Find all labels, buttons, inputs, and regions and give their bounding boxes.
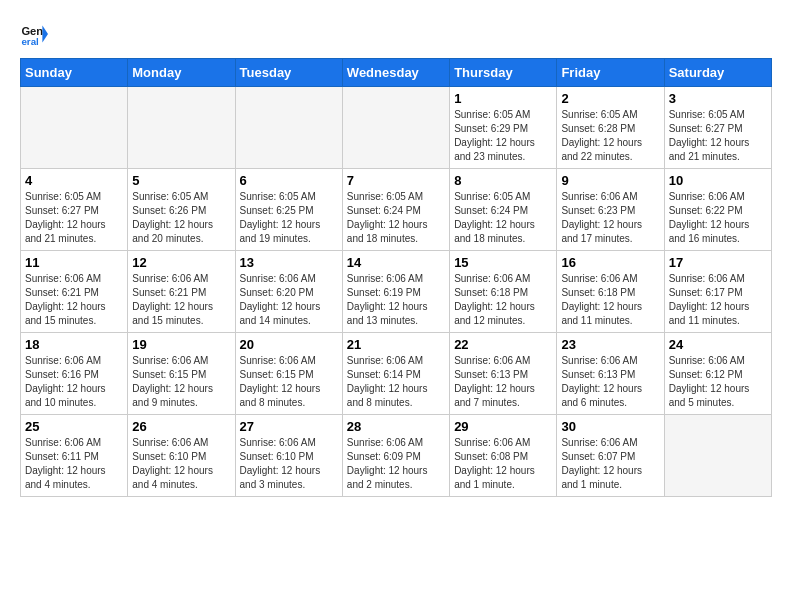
day-number: 29 bbox=[454, 419, 552, 434]
day-info: Sunrise: 6:06 AM Sunset: 6:18 PM Dayligh… bbox=[561, 272, 659, 328]
day-info: Sunrise: 6:06 AM Sunset: 6:11 PM Dayligh… bbox=[25, 436, 123, 492]
calendar-week: 1 Sunrise: 6:05 AM Sunset: 6:29 PM Dayli… bbox=[21, 87, 772, 169]
day-info: Sunrise: 6:05 AM Sunset: 6:27 PM Dayligh… bbox=[669, 108, 767, 164]
calendar-day: 15 Sunrise: 6:06 AM Sunset: 6:18 PM Dayl… bbox=[450, 251, 557, 333]
calendar-day: 9 Sunrise: 6:06 AM Sunset: 6:23 PM Dayli… bbox=[557, 169, 664, 251]
empty-cell bbox=[128, 87, 235, 169]
weekday-header: Sunday bbox=[21, 59, 128, 87]
day-number: 23 bbox=[561, 337, 659, 352]
weekday-header: Thursday bbox=[450, 59, 557, 87]
calendar-header: SundayMondayTuesdayWednesdayThursdayFrid… bbox=[21, 59, 772, 87]
calendar-day: 29 Sunrise: 6:06 AM Sunset: 6:08 PM Dayl… bbox=[450, 415, 557, 497]
day-number: 14 bbox=[347, 255, 445, 270]
day-info: Sunrise: 6:06 AM Sunset: 6:14 PM Dayligh… bbox=[347, 354, 445, 410]
day-number: 6 bbox=[240, 173, 338, 188]
calendar-day: 16 Sunrise: 6:06 AM Sunset: 6:18 PM Dayl… bbox=[557, 251, 664, 333]
day-number: 8 bbox=[454, 173, 552, 188]
day-number: 5 bbox=[132, 173, 230, 188]
day-number: 20 bbox=[240, 337, 338, 352]
day-number: 27 bbox=[240, 419, 338, 434]
logo: Gen eral bbox=[20, 20, 52, 48]
day-number: 2 bbox=[561, 91, 659, 106]
weekday-header: Friday bbox=[557, 59, 664, 87]
calendar-table: SundayMondayTuesdayWednesdayThursdayFrid… bbox=[20, 58, 772, 497]
empty-cell bbox=[664, 415, 771, 497]
day-number: 7 bbox=[347, 173, 445, 188]
weekday-header: Saturday bbox=[664, 59, 771, 87]
calendar-day: 3 Sunrise: 6:05 AM Sunset: 6:27 PM Dayli… bbox=[664, 87, 771, 169]
calendar-day: 12 Sunrise: 6:06 AM Sunset: 6:21 PM Dayl… bbox=[128, 251, 235, 333]
empty-cell bbox=[21, 87, 128, 169]
empty-cell bbox=[235, 87, 342, 169]
day-number: 11 bbox=[25, 255, 123, 270]
day-info: Sunrise: 6:05 AM Sunset: 6:24 PM Dayligh… bbox=[347, 190, 445, 246]
calendar-week: 25 Sunrise: 6:06 AM Sunset: 6:11 PM Dayl… bbox=[21, 415, 772, 497]
empty-cell bbox=[342, 87, 449, 169]
calendar-day: 28 Sunrise: 6:06 AM Sunset: 6:09 PM Dayl… bbox=[342, 415, 449, 497]
day-number: 17 bbox=[669, 255, 767, 270]
day-info: Sunrise: 6:06 AM Sunset: 6:15 PM Dayligh… bbox=[240, 354, 338, 410]
page-header: Gen eral bbox=[20, 20, 772, 48]
calendar-day: 6 Sunrise: 6:05 AM Sunset: 6:25 PM Dayli… bbox=[235, 169, 342, 251]
day-info: Sunrise: 6:06 AM Sunset: 6:17 PM Dayligh… bbox=[669, 272, 767, 328]
day-info: Sunrise: 6:06 AM Sunset: 6:12 PM Dayligh… bbox=[669, 354, 767, 410]
day-info: Sunrise: 6:06 AM Sunset: 6:22 PM Dayligh… bbox=[669, 190, 767, 246]
calendar-day: 10 Sunrise: 6:06 AM Sunset: 6:22 PM Dayl… bbox=[664, 169, 771, 251]
day-info: Sunrise: 6:06 AM Sunset: 6:20 PM Dayligh… bbox=[240, 272, 338, 328]
day-info: Sunrise: 6:06 AM Sunset: 6:10 PM Dayligh… bbox=[132, 436, 230, 492]
day-number: 22 bbox=[454, 337, 552, 352]
day-number: 16 bbox=[561, 255, 659, 270]
svg-text:eral: eral bbox=[21, 36, 39, 47]
calendar-week: 18 Sunrise: 6:06 AM Sunset: 6:16 PM Dayl… bbox=[21, 333, 772, 415]
day-info: Sunrise: 6:06 AM Sunset: 6:10 PM Dayligh… bbox=[240, 436, 338, 492]
calendar-day: 14 Sunrise: 6:06 AM Sunset: 6:19 PM Dayl… bbox=[342, 251, 449, 333]
day-info: Sunrise: 6:06 AM Sunset: 6:13 PM Dayligh… bbox=[561, 354, 659, 410]
day-info: Sunrise: 6:05 AM Sunset: 6:24 PM Dayligh… bbox=[454, 190, 552, 246]
weekday-header: Tuesday bbox=[235, 59, 342, 87]
day-number: 12 bbox=[132, 255, 230, 270]
day-info: Sunrise: 6:06 AM Sunset: 6:08 PM Dayligh… bbox=[454, 436, 552, 492]
day-number: 13 bbox=[240, 255, 338, 270]
day-number: 19 bbox=[132, 337, 230, 352]
calendar-day: 18 Sunrise: 6:06 AM Sunset: 6:16 PM Dayl… bbox=[21, 333, 128, 415]
day-number: 3 bbox=[669, 91, 767, 106]
calendar-day: 4 Sunrise: 6:05 AM Sunset: 6:27 PM Dayli… bbox=[21, 169, 128, 251]
day-info: Sunrise: 6:06 AM Sunset: 6:07 PM Dayligh… bbox=[561, 436, 659, 492]
weekday-header: Wednesday bbox=[342, 59, 449, 87]
day-info: Sunrise: 6:06 AM Sunset: 6:16 PM Dayligh… bbox=[25, 354, 123, 410]
calendar-week: 11 Sunrise: 6:06 AM Sunset: 6:21 PM Dayl… bbox=[21, 251, 772, 333]
day-info: Sunrise: 6:06 AM Sunset: 6:21 PM Dayligh… bbox=[25, 272, 123, 328]
calendar-day: 24 Sunrise: 6:06 AM Sunset: 6:12 PM Dayl… bbox=[664, 333, 771, 415]
svg-marker-2 bbox=[42, 26, 48, 43]
calendar-day: 5 Sunrise: 6:05 AM Sunset: 6:26 PM Dayli… bbox=[128, 169, 235, 251]
calendar-day: 17 Sunrise: 6:06 AM Sunset: 6:17 PM Dayl… bbox=[664, 251, 771, 333]
calendar-day: 19 Sunrise: 6:06 AM Sunset: 6:15 PM Dayl… bbox=[128, 333, 235, 415]
day-info: Sunrise: 6:05 AM Sunset: 6:28 PM Dayligh… bbox=[561, 108, 659, 164]
calendar-day: 27 Sunrise: 6:06 AM Sunset: 6:10 PM Dayl… bbox=[235, 415, 342, 497]
day-info: Sunrise: 6:06 AM Sunset: 6:21 PM Dayligh… bbox=[132, 272, 230, 328]
day-info: Sunrise: 6:06 AM Sunset: 6:23 PM Dayligh… bbox=[561, 190, 659, 246]
day-number: 15 bbox=[454, 255, 552, 270]
day-number: 30 bbox=[561, 419, 659, 434]
day-info: Sunrise: 6:05 AM Sunset: 6:25 PM Dayligh… bbox=[240, 190, 338, 246]
day-info: Sunrise: 6:05 AM Sunset: 6:26 PM Dayligh… bbox=[132, 190, 230, 246]
calendar-day: 26 Sunrise: 6:06 AM Sunset: 6:10 PM Dayl… bbox=[128, 415, 235, 497]
day-number: 24 bbox=[669, 337, 767, 352]
calendar-day: 1 Sunrise: 6:05 AM Sunset: 6:29 PM Dayli… bbox=[450, 87, 557, 169]
calendar-day: 21 Sunrise: 6:06 AM Sunset: 6:14 PM Dayl… bbox=[342, 333, 449, 415]
calendar-day: 23 Sunrise: 6:06 AM Sunset: 6:13 PM Dayl… bbox=[557, 333, 664, 415]
day-info: Sunrise: 6:06 AM Sunset: 6:09 PM Dayligh… bbox=[347, 436, 445, 492]
calendar-day: 7 Sunrise: 6:05 AM Sunset: 6:24 PM Dayli… bbox=[342, 169, 449, 251]
day-info: Sunrise: 6:06 AM Sunset: 6:13 PM Dayligh… bbox=[454, 354, 552, 410]
day-info: Sunrise: 6:06 AM Sunset: 6:15 PM Dayligh… bbox=[132, 354, 230, 410]
day-number: 10 bbox=[669, 173, 767, 188]
day-info: Sunrise: 6:06 AM Sunset: 6:19 PM Dayligh… bbox=[347, 272, 445, 328]
calendar-day: 25 Sunrise: 6:06 AM Sunset: 6:11 PM Dayl… bbox=[21, 415, 128, 497]
calendar-day: 8 Sunrise: 6:05 AM Sunset: 6:24 PM Dayli… bbox=[450, 169, 557, 251]
calendar-week: 4 Sunrise: 6:05 AM Sunset: 6:27 PM Dayli… bbox=[21, 169, 772, 251]
day-number: 25 bbox=[25, 419, 123, 434]
day-number: 9 bbox=[561, 173, 659, 188]
day-info: Sunrise: 6:05 AM Sunset: 6:27 PM Dayligh… bbox=[25, 190, 123, 246]
day-info: Sunrise: 6:06 AM Sunset: 6:18 PM Dayligh… bbox=[454, 272, 552, 328]
calendar-day: 11 Sunrise: 6:06 AM Sunset: 6:21 PM Dayl… bbox=[21, 251, 128, 333]
